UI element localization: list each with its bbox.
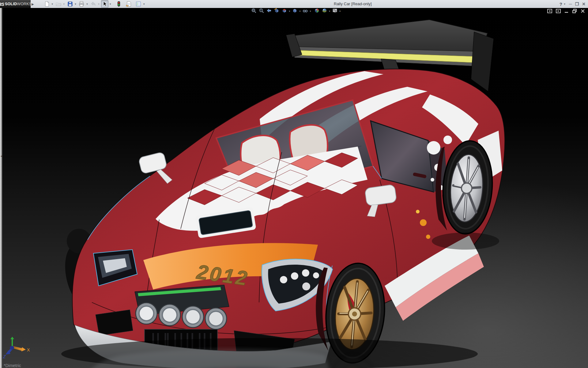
zoom-to-area-button[interactable] xyxy=(258,8,265,14)
apply-scene-icon xyxy=(322,8,327,14)
view-orientation-icon xyxy=(282,8,287,14)
open-folder-icon xyxy=(55,1,62,7)
previous-view-icon xyxy=(266,8,272,14)
options-checklist-icon xyxy=(135,1,141,7)
options-button[interactable] xyxy=(135,0,142,8)
document-minimize-button[interactable] xyxy=(564,9,569,13)
display-style-icon xyxy=(292,8,297,14)
hide-show-items-icon xyxy=(303,8,308,14)
help-dropdown[interactable]: ▼ xyxy=(564,3,566,6)
rebuild-button[interactable] xyxy=(115,0,123,8)
hide-show-items-dropdown[interactable]: ▼ xyxy=(308,10,312,12)
print-icon xyxy=(78,1,85,7)
view-settings-icon xyxy=(332,8,337,14)
view-orientation-label: *Dimetric xyxy=(4,363,21,368)
app-minimize-button[interactable]: ─ xyxy=(569,2,572,6)
help-button[interactable]: ? xyxy=(560,2,562,7)
print-dropdown[interactable]: ▼ xyxy=(85,1,89,7)
triad-x-label: X xyxy=(27,347,30,352)
view-orientation-dropdown[interactable]: ▼ xyxy=(288,10,292,12)
featuremanager-splitter[interactable]: ◄ xyxy=(0,8,2,368)
solidworks-window: 3S SOLIDWORKS ▶ ▼ ▼ ▼ xyxy=(0,0,588,368)
headsup-view-toolbar: ▼ ▼ ▼ ▼ ▼ xyxy=(251,8,342,14)
solidworks-logo: 3S SOLIDWORKS xyxy=(0,0,31,8)
section-view-button[interactable] xyxy=(273,8,280,14)
app-window-controls: ? ▼ ─ ❐ ✕ xyxy=(560,0,586,8)
select-cursor-icon xyxy=(102,1,108,7)
app-close-button[interactable]: ✕ xyxy=(582,2,586,6)
save-dropdown[interactable]: ▼ xyxy=(74,1,78,7)
rebuild-traffic-light-icon xyxy=(116,1,122,7)
title-bar: 3S SOLIDWORKS ▶ ▼ ▼ ▼ xyxy=(0,0,588,8)
undo-button[interactable] xyxy=(89,0,97,8)
apply-scene-button[interactable] xyxy=(321,8,328,14)
view-settings-dropdown[interactable]: ▼ xyxy=(338,10,342,12)
new-document-icon xyxy=(44,1,50,7)
undo-icon xyxy=(90,1,96,7)
file-properties-icon xyxy=(126,1,132,7)
logo-text: SOLID xyxy=(5,2,17,6)
document-window-controls xyxy=(547,8,585,14)
hide-show-items-button[interactable] xyxy=(302,8,308,14)
app-restore-button[interactable]: ❐ xyxy=(575,2,579,6)
open-button[interactable] xyxy=(55,0,62,8)
file-properties-button[interactable] xyxy=(125,0,132,8)
save-button[interactable] xyxy=(66,0,74,8)
new-document-button[interactable] xyxy=(43,0,51,8)
display-style-button[interactable] xyxy=(292,8,298,14)
previous-view-button[interactable] xyxy=(266,8,272,14)
display-style-dropdown[interactable]: ▼ xyxy=(298,10,302,12)
new-document-dropdown[interactable]: ▼ xyxy=(51,1,55,7)
triad-z-label: Z xyxy=(3,354,6,359)
apply-scene-dropdown[interactable]: ▼ xyxy=(328,10,332,12)
select-button[interactable] xyxy=(101,0,108,8)
show-pane-right-icon[interactable] xyxy=(556,9,561,13)
save-icon xyxy=(67,1,73,7)
ds-logo-mark: 3S xyxy=(0,2,4,7)
select-dropdown[interactable]: ▼ xyxy=(108,1,113,7)
document-restore-button[interactable] xyxy=(572,9,577,13)
print-button[interactable] xyxy=(78,0,85,8)
reference-triad: X Z xyxy=(2,337,32,359)
edit-appearance-icon xyxy=(314,8,319,14)
section-view-icon xyxy=(274,8,279,14)
options-dropdown[interactable]: ▼ xyxy=(142,1,146,7)
document-close-button[interactable] xyxy=(581,9,585,13)
show-pane-left-icon[interactable] xyxy=(547,9,552,13)
rally-car-model[interactable]: 2012 xyxy=(0,8,588,368)
graphics-area[interactable]: 2012 xyxy=(0,8,588,368)
menu-flyout-arrow-icon[interactable]: ▶ xyxy=(32,2,34,6)
view-orientation-button[interactable] xyxy=(281,8,288,14)
document-title: Rally Car [Read-only] xyxy=(334,0,372,8)
open-dropdown[interactable]: ▼ xyxy=(62,1,66,7)
view-settings-button[interactable] xyxy=(332,8,338,14)
undo-dropdown[interactable]: ▼ xyxy=(97,1,101,7)
zoom-to-area-icon xyxy=(259,8,264,14)
splitter-collapse-arrow-icon[interactable]: ◄ xyxy=(0,155,3,158)
main-toolbar: ▼ ▼ ▼ ▼ xyxy=(41,0,146,8)
zoom-to-fit-icon xyxy=(251,8,256,14)
edit-appearance-button[interactable] xyxy=(314,8,320,14)
zoom-to-fit-button[interactable] xyxy=(251,8,257,14)
